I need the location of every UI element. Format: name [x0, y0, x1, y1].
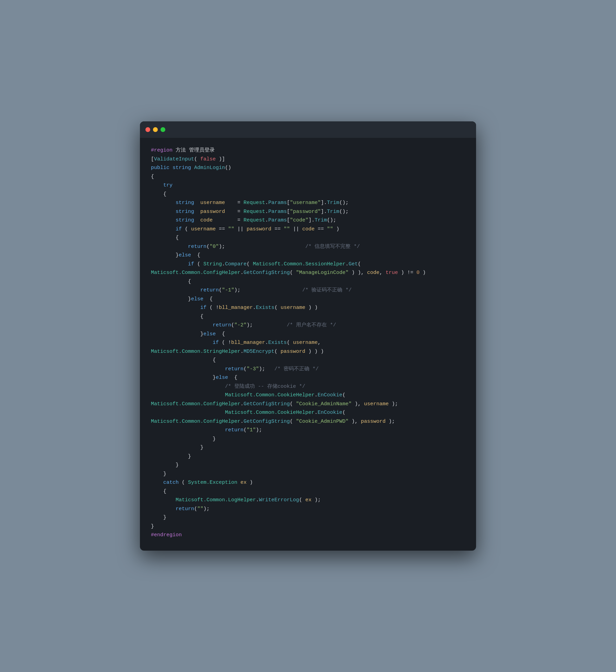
code-content: #region 方法 管理员登录 [ValidateInput( false )… — [140, 138, 476, 551]
titlebar — [140, 121, 476, 138]
close-button[interactable] — [145, 127, 150, 132]
minimize-button[interactable] — [153, 127, 158, 132]
maximize-button[interactable] — [161, 127, 165, 132]
editor-window: #region 方法 管理员登录 [ValidateInput( false )… — [140, 121, 476, 551]
